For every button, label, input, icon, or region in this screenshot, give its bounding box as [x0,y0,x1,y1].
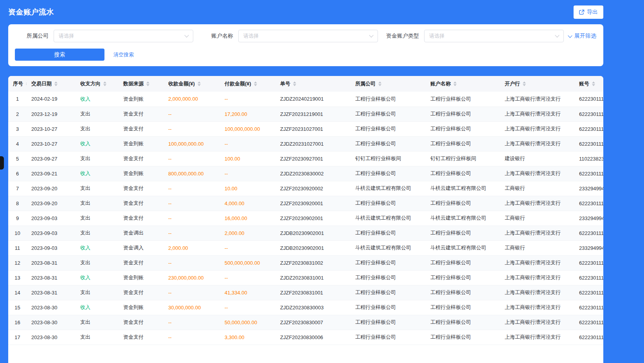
cell-direction: 支出 [76,315,119,330]
cell-order_no: ZJZF20231027001 [275,121,351,136]
cell-date: 2023-08-30 [27,330,76,345]
column-header-7[interactable]: 所属公司 [351,76,426,92]
cell-bank: 上海工商银行漕河泾支行 [500,285,574,300]
cell-account_no: 622230111 [574,300,603,315]
cell-account_no: 110223823 [574,151,603,166]
column-header-2[interactable]: 收支方向 [76,76,119,92]
table-row[interactable]: 92023-09-03支出资金支付--16,000.00ZJZF20230902… [8,211,603,226]
cell-pay: 100,000,000.00 [220,121,275,136]
table-row[interactable]: 22023-12-19支出资金支付--17,200.00ZJZF20231219… [8,107,603,121]
cell-account_name: 工程行业样板公司 [426,330,500,345]
table-row[interactable]: 152023-08-30收入资金到账30,000,000.00--ZJDZ202… [8,300,603,315]
table-row[interactable]: 172023-08-30支出资金支付--3,300.00ZJZF20230830… [8,330,603,345]
table-row[interactable]: 12024-02-19收入资金到账2,000,000.00--ZJDZ20240… [8,92,603,107]
column-header-10[interactable]: 账号 [574,76,603,92]
search-button[interactable]: 搜索 [15,49,104,61]
sort-icon[interactable] [523,81,526,86]
account-name-select[interactable]: 请选择 [238,30,378,42]
table-row[interactable]: 72023-09-20支出资金支付--10.00ZJZF20230920002斗… [8,181,603,196]
filter-row: 所属公司 请选择 账户名称 请选择 资金账户类型 请选择 [8,30,603,42]
sort-icon[interactable] [293,81,296,86]
table-row[interactable]: 132023-08-31收入资金到账230,000,000.00--ZJDZ20… [8,270,603,285]
cell-receive: -- [164,330,220,345]
account-name-select-placeholder: 请选择 [243,33,259,40]
cell-order_no: ZJZF20230927001 [275,151,351,166]
cell-pay: -- [220,136,275,151]
cell-account_name: 工程行业样板公司 [426,255,500,270]
table-row[interactable]: 82023-09-20支出资金支付--4,000.00ZJZF202309200… [8,196,603,211]
company-select[interactable]: 请选择 [54,30,193,42]
column-header-label: 数据来源 [123,80,144,87]
column-header-5[interactable]: 付款金额(¥) [220,76,275,92]
cell-bank: 建设银行 [500,151,574,166]
clear-search-link[interactable]: 清空搜索 [113,51,134,58]
table-row[interactable]: 122023-08-31支出资金支付--500,000,000.00ZJZF20… [8,255,603,270]
column-header-4[interactable]: 收款金额(¥) [164,76,220,92]
account-type-filter-label: 资金账户类型 [386,33,419,40]
column-header-3[interactable]: 数据来源 [119,76,164,92]
sort-icon[interactable] [54,81,58,86]
table-header-row: 序号交易日期收支方向数据来源收款金额(¥)付款金额(¥)单号所属公司账户名称开户… [8,76,603,92]
table-row[interactable]: 102023-09-03支出资金调出--2,000.00ZJDB20230902… [8,226,603,240]
cell-receive: 2,000,000.00 [164,92,220,107]
column-header-1[interactable]: 交易日期 [27,76,76,92]
cell-index: 7 [8,181,27,196]
sort-icon[interactable] [198,81,201,86]
sort-icon[interactable] [254,81,257,86]
cell-account_name: 工程行业样板公司 [426,196,500,211]
cell-receive: -- [164,121,220,136]
column-header-6[interactable]: 单号 [275,76,351,92]
expand-filters-link[interactable]: 展开筛选 [568,33,596,40]
cell-account_no: 622230111 [574,196,603,211]
cell-source: 资金支付 [119,285,164,300]
cell-receive: 100,000,000.00 [164,136,220,151]
sort-icon[interactable] [592,81,595,86]
export-button[interactable]: 导出 [574,5,603,19]
table-row[interactable]: 142023-08-31支出资金支付--41,334.00ZJZF2023083… [8,285,603,300]
cell-source: 资金到账 [119,136,164,151]
cell-account_no: 622230111 [574,315,603,330]
account-type-select[interactable]: 请选择 [424,30,564,42]
cell-index: 15 [8,300,27,315]
cell-date: 2023-09-27 [27,151,76,166]
column-header-8[interactable]: 账户名称 [426,76,500,92]
table-row[interactable]: 162023-08-30支出资金支付--50,000,000.00ZJZF202… [8,315,603,330]
cell-source: 资金支付 [119,107,164,121]
table-row[interactable]: 52023-09-27支出资金支付--100.00ZJZF20230927001… [8,151,603,166]
table-row[interactable]: 42023-10-27收入资金到账100,000,000.00--ZJDZ202… [8,136,603,151]
cell-date: 2023-09-20 [27,196,76,211]
cell-direction: 收入 [76,136,119,151]
table-row[interactable]: 112023-09-03收入资金调入2,000.00--ZJDB20230902… [8,240,603,255]
cell-account_no: 233294994 [574,181,603,196]
sort-icon[interactable] [26,81,27,86]
sort-icon[interactable] [146,81,149,86]
cell-receive: -- [164,211,220,226]
cell-order_no: ZJZF20230920001 [275,196,351,211]
table-header: 序号交易日期收支方向数据来源收款金额(¥)付款金额(¥)单号所属公司账户名称开户… [8,76,603,92]
cell-pay: 2,000.00 [220,226,275,240]
cell-company: 工程行业样板公司 [351,136,426,151]
cell-company: 钉钉工程行业样板间 [351,151,426,166]
table-row[interactable]: 32023-10-27支出资金支付--100,000,000.00ZJZF202… [8,121,603,136]
sort-icon[interactable] [103,81,106,86]
cell-direction: 收入 [76,300,119,315]
cell-bank: 上海工商银行漕河泾支行 [500,255,574,270]
sort-icon[interactable] [453,81,457,86]
column-header-0[interactable]: 序号 [8,76,27,92]
sort-icon[interactable] [378,81,381,86]
page-header: 资金账户流水 导出 [8,0,603,24]
cell-date: 2023-08-31 [27,285,76,300]
cell-company: 工程行业样板公司 [351,315,426,330]
cell-order_no: ZJDZ20230830002 [275,166,351,181]
column-header-9[interactable]: 开户行 [500,76,574,92]
cell-bank: 上海工商银行漕河泾支行 [500,226,574,240]
cell-bank: 上海工商银行漕河泾支行 [500,330,574,345]
table-row[interactable]: 62023-09-21收入资金到账800,000,000.00--ZJDZ202… [8,166,603,181]
cell-account_no: 233294994 [574,240,603,255]
table-card: 序号交易日期收支方向数据来源收款金额(¥)付款金额(¥)单号所属公司账户名称开户… [8,76,603,363]
side-drawer-handle[interactable] [0,156,4,170]
cell-bank: 上海工商银行漕河泾支行 [500,300,574,315]
cell-account_name: 斗栱云建筑工程有限公司 [426,181,500,196]
column-header-label: 账号 [579,80,589,87]
cell-order_no: ZJZF20230830007 [275,315,351,330]
